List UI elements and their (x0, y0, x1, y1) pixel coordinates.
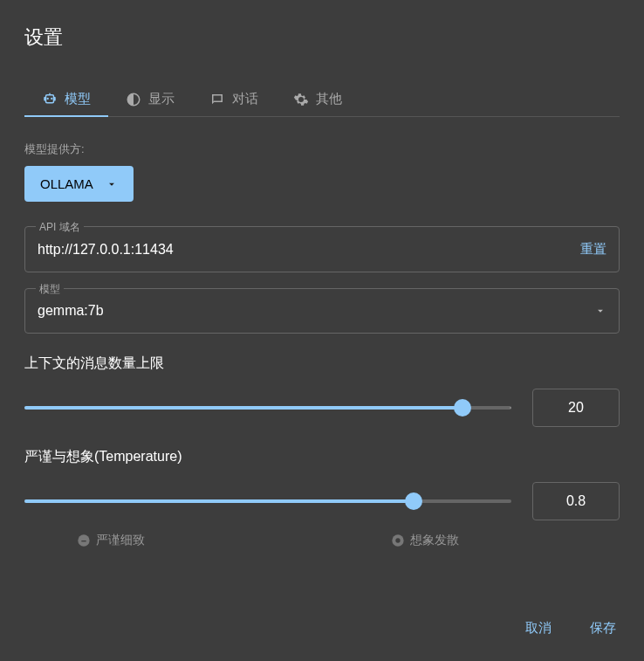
contrast-icon (126, 92, 141, 107)
settings-dialog: 设置 模型 显示 对话 其他 模型提供方: OLLAMA API 域名 重置 模… (0, 0, 644, 583)
context-limit-value[interactable] (532, 389, 620, 427)
provider-value: OLLAMA (40, 176, 93, 191)
provider-dropdown[interactable]: OLLAMA (24, 166, 134, 202)
dialog-actions: 取消 保存 (522, 613, 620, 644)
model-select-field[interactable]: 模型 gemma:7b (24, 288, 620, 334)
chevron-down-icon (594, 305, 606, 317)
tab-chat[interactable]: 对话 (192, 82, 276, 116)
svg-point-2 (395, 538, 400, 542)
tab-model[interactable]: 模型 (24, 82, 108, 116)
temperature-slider[interactable] (24, 492, 511, 510)
save-button[interactable]: 保存 (586, 613, 620, 644)
tabs-bar: 模型 显示 对话 其他 (24, 82, 620, 117)
temperature-high-label: 想象发散 (391, 533, 459, 548)
api-domain-field: API 域名 重置 (24, 226, 620, 272)
temperature-section: 严谨与想象(Temperature) 严谨细致 想象发散 (24, 448, 620, 548)
tab-label: 显示 (148, 91, 175, 107)
cancel-button[interactable]: 取消 (522, 613, 555, 644)
context-limit-section: 上下文的消息数量上限 (24, 355, 620, 427)
dialog-title: 设置 (24, 24, 620, 51)
reset-button[interactable]: 重置 (580, 241, 606, 258)
api-domain-input[interactable] (38, 242, 580, 258)
chat-icon (209, 92, 225, 107)
tab-display[interactable]: 显示 (108, 82, 192, 116)
context-limit-slider[interactable] (24, 399, 511, 417)
robot-icon (42, 92, 58, 107)
chevron-down-icon (106, 178, 118, 190)
context-limit-label: 上下文的消息数量上限 (24, 355, 620, 373)
tab-other[interactable]: 其他 (276, 82, 360, 116)
creative-icon (391, 534, 405, 547)
temperature-value[interactable] (532, 482, 620, 520)
temperature-low-label: 严谨细致 (77, 533, 145, 548)
tab-label: 其他 (316, 91, 342, 107)
tab-label: 模型 (65, 91, 91, 107)
temperature-label: 严谨与想象(Temperature) (24, 448, 620, 466)
provider-label: 模型提供方: (24, 141, 620, 157)
gear-icon (293, 92, 309, 107)
tab-label: 对话 (232, 91, 258, 107)
model-value: gemma:7b (38, 303, 594, 319)
api-domain-label: API 域名 (36, 220, 84, 235)
model-field-label: 模型 (36, 282, 64, 297)
strict-icon (77, 534, 91, 547)
